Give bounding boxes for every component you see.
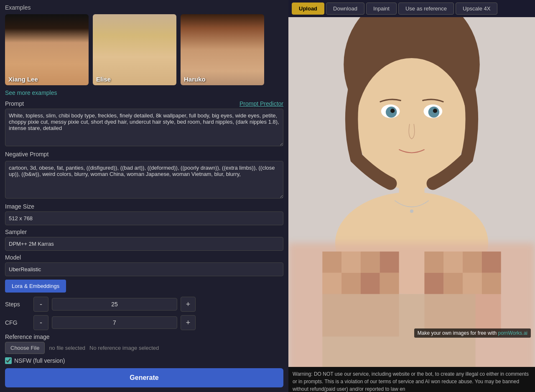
upload-button[interactable]: Upload <box>292 3 324 15</box>
portrait-svg <box>288 17 535 367</box>
watermark-brand: pornWorks.ai <box>498 330 527 336</box>
negative-prompt-textarea[interactable] <box>5 161 283 199</box>
svg-rect-16 <box>341 252 361 273</box>
choose-file-button[interactable]: Choose File <box>5 342 45 354</box>
image-size-label: Image Size <box>5 203 283 210</box>
lora-embeddings-button[interactable]: Lora & Embeddings <box>5 280 66 293</box>
upscale-button[interactable]: Upscale 4X <box>456 3 497 15</box>
example-card-haruko[interactable]: Haruko <box>181 14 264 85</box>
use-as-reference-button[interactable]: Use as reference <box>398 3 454 15</box>
examples-row: Xiang Lee Elise Haruko <box>5 14 283 85</box>
examples-title: Examples <box>5 4 283 11</box>
generate-button[interactable]: Generate <box>5 368 283 387</box>
svg-rect-23 <box>425 252 444 273</box>
cfg-decrement-button[interactable]: - <box>33 315 48 330</box>
steps-decrement-button[interactable]: - <box>33 297 48 312</box>
sampler-section: Sampler DPM++ 2M Karras <box>5 229 283 251</box>
steps-increment-button[interactable]: + <box>181 297 196 312</box>
svg-rect-22 <box>380 273 399 294</box>
watermark: Make your own images for free with pornW… <box>414 328 531 338</box>
image-container: Make your own images for free with pornW… <box>288 17 535 367</box>
steps-label: Steps <box>5 301 30 308</box>
image-size-select[interactable]: 512 x 768 <box>5 211 283 225</box>
example-card-elise[interactable]: Elise <box>93 14 176 85</box>
negative-prompt-label: Negative Prompt <box>5 151 48 158</box>
prompt-header: Prompt Prompt Predictor <box>5 100 283 107</box>
svg-point-7 <box>390 109 395 113</box>
image-size-section: Image Size 512 x 768 <box>5 203 283 225</box>
reference-image-label: Reference image <box>5 333 283 340</box>
no-reference-text: No reference image selected <box>89 345 159 351</box>
no-file-text: no file selected <box>49 345 85 351</box>
svg-rect-19 <box>322 273 341 294</box>
svg-rect-25 <box>463 252 482 273</box>
svg-rect-26 <box>482 252 501 273</box>
steps-row: Steps - + <box>5 297 283 312</box>
svg-rect-27 <box>425 273 444 294</box>
see-more-link[interactable]: See more examples <box>5 89 283 96</box>
example-label-haruko: Haruko <box>184 76 206 83</box>
right-panel: Upload Download Inpaint Use as reference… <box>288 0 535 392</box>
cfg-value-input[interactable] <box>52 316 177 329</box>
sampler-select[interactable]: DPM++ 2M Karras <box>5 237 283 251</box>
svg-rect-29 <box>463 273 482 294</box>
prompt-textarea[interactable] <box>5 109 283 146</box>
example-label-elise: Elise <box>96 76 111 83</box>
sampler-label: Sampler <box>5 229 283 235</box>
model-select[interactable]: UberRealistic <box>5 262 283 276</box>
svg-rect-20 <box>341 273 361 294</box>
toolbar: Upload Download Inpaint Use as reference… <box>288 0 535 17</box>
prompt-label: Prompt <box>5 100 24 107</box>
svg-point-11 <box>410 209 413 213</box>
generated-image: Make your own images for free with pornW… <box>288 17 535 367</box>
download-button[interactable]: Download <box>326 3 364 15</box>
warning-text: Warning: DO NOT use our service, includi… <box>288 367 535 392</box>
reference-image-section: Reference image Choose File no file sele… <box>5 333 283 354</box>
svg-rect-30 <box>482 273 501 294</box>
nsfw-checkbox[interactable] <box>5 357 12 364</box>
svg-rect-15 <box>322 252 341 273</box>
watermark-text: Make your own images for free with <box>418 330 498 336</box>
cfg-increment-button[interactable]: + <box>181 315 196 330</box>
svg-rect-28 <box>443 273 463 294</box>
example-card-xiang-lee[interactable]: Xiang Lee <box>5 14 89 85</box>
model-label: Model <box>5 254 283 261</box>
model-section: Model UberRealistic <box>5 254 283 276</box>
nsfw-row: NSFW (full version) <box>5 357 283 364</box>
svg-point-8 <box>433 109 437 113</box>
cfg-row: CFG - + <box>5 315 283 330</box>
cfg-label: CFG <box>5 319 30 326</box>
nsfw-label: NSFW (full version) <box>14 357 65 364</box>
reference-image-controls: Choose File no file selected No referenc… <box>5 342 283 354</box>
svg-rect-24 <box>443 252 463 273</box>
svg-rect-21 <box>361 273 380 294</box>
example-label-xiang-lee: Xiang Lee <box>8 76 38 83</box>
negative-prompt-section: Negative Prompt <box>5 151 283 158</box>
svg-rect-18 <box>380 252 399 273</box>
steps-value-input[interactable] <box>52 298 177 311</box>
inpaint-button[interactable]: Inpaint <box>366 3 397 15</box>
svg-rect-17 <box>361 252 380 273</box>
left-panel: Examples Xiang Lee Elise Haruko See more… <box>0 0 288 392</box>
prompt-predictor-link[interactable]: Prompt Predictor <box>239 100 283 107</box>
